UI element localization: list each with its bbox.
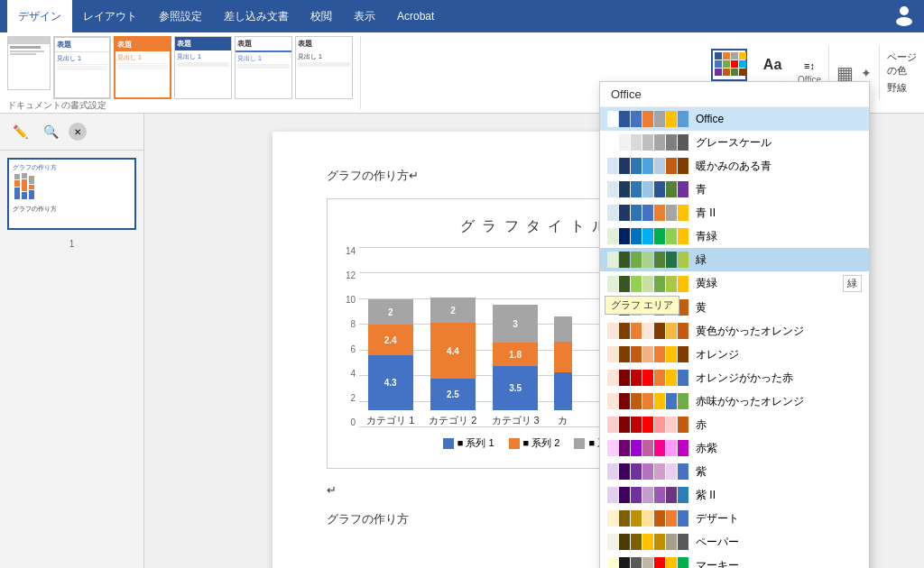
theme-dropdown: Office Officeグレースケール暖かみのある青青青 II青緑緑黄緑緑黄黄… bbox=[599, 81, 870, 568]
svg-point-1 bbox=[896, 17, 912, 26]
dropdown-item-19[interactable]: マーキー bbox=[600, 554, 869, 568]
sidebar-edit-button[interactable]: ✏️ bbox=[7, 119, 32, 144]
dropdown-item-4[interactable]: 青 II bbox=[600, 201, 869, 224]
theme-5[interactable]: 表題 見出し 1 bbox=[295, 36, 353, 99]
sidebar: ✏️ 🔍 ✕ グラフの作り方 bbox=[0, 114, 144, 568]
dropdown-item-13[interactable]: 赤 bbox=[600, 413, 869, 436]
svg-point-0 bbox=[900, 6, 909, 15]
legend-color-1 bbox=[443, 438, 454, 449]
dropdown-item-1[interactable]: グレースケール bbox=[600, 131, 869, 154]
watermark-button[interactable]: ✦ bbox=[861, 66, 872, 80]
tab-design[interactable]: デザイン bbox=[7, 0, 72, 32]
page-thumbnail-1[interactable]: グラフの作り方 グラフの作り方 bbox=[7, 158, 136, 230]
theme-highlighted[interactable]: 表題 見出し 1 bbox=[114, 36, 171, 99]
tab-mailings[interactable]: 差し込み文書 bbox=[213, 0, 300, 32]
theme-3[interactable]: 表題 見出し 1 bbox=[174, 36, 232, 99]
legend-label-2: ■ 系列 2 bbox=[523, 436, 560, 450]
dropdown-header: Office bbox=[600, 82, 869, 107]
font-button[interactable]: Aa bbox=[760, 55, 785, 75]
dropdown-item-15[interactable]: 紫 bbox=[600, 460, 869, 483]
dropdown-item-0[interactable]: Office bbox=[600, 107, 869, 131]
legend-color-2 bbox=[509, 438, 520, 449]
sidebar-search-button[interactable]: 🔍 bbox=[38, 119, 63, 144]
tab-acrobat[interactable]: Acrobat bbox=[386, 0, 445, 32]
dropdown-item-18[interactable]: ペーパー bbox=[600, 530, 869, 554]
legend-item-1: ■ 系列 1 bbox=[443, 436, 494, 450]
color-theme-button[interactable] bbox=[711, 49, 747, 81]
themes-section-label: ドキュメントの書式設定 bbox=[7, 99, 353, 114]
sidebar-close-button[interactable]: ✕ bbox=[69, 123, 87, 141]
dropdown-item-16[interactable]: 紫 II bbox=[600, 483, 869, 507]
dropdown-items-container: Officeグレースケール暖かみのある青青青 II青緑緑黄緑緑黄黄色がかったオレ… bbox=[600, 107, 869, 568]
theme-4[interactable]: 表題 見出し 1 bbox=[235, 36, 292, 99]
tab-references[interactable]: 参照設定 bbox=[148, 0, 213, 32]
theme-thumbnail-1[interactable] bbox=[7, 36, 51, 90]
ribbon-tabs-bar: デザイン レイアウト 参照設定 差し込み文書 校閲 表示 Acrobat bbox=[0, 0, 924, 32]
dropdown-item-14[interactable]: 赤紫 bbox=[600, 436, 869, 460]
theme-current[interactable]: 表題 見出し 1 bbox=[53, 36, 111, 99]
chart-area-tooltip: グラフ エリア bbox=[605, 296, 679, 315]
dropdown-item-10[interactable]: オレンジ bbox=[600, 343, 869, 366]
dropdown-item-3[interactable]: 青 bbox=[600, 178, 869, 201]
dropdown-item-12[interactable]: 赤味がかったオレンジ bbox=[600, 389, 869, 413]
legend-item-2: ■ 系列 2 bbox=[509, 436, 560, 450]
tab-view[interactable]: 表示 bbox=[343, 0, 386, 32]
tab-review[interactable]: 校閲 bbox=[300, 0, 343, 32]
legend-color-3 bbox=[574, 438, 585, 449]
page-color-button[interactable]: ページの色 bbox=[887, 50, 917, 78]
sidebar-toolbar: ✏️ 🔍 ✕ bbox=[0, 114, 143, 151]
legend-label-1: ■ 系列 1 bbox=[457, 436, 494, 450]
dropdown-item-9[interactable]: 黄色がかったオレンジ bbox=[600, 319, 869, 343]
dropdown-item-17[interactable]: デザート bbox=[600, 507, 869, 530]
dropdown-item-6[interactable]: 緑 bbox=[600, 248, 869, 271]
dropdown-item-11[interactable]: オレンジがかった赤 bbox=[600, 366, 869, 389]
effects-button[interactable]: ▦ bbox=[836, 62, 854, 84]
dropdown-item-2[interactable]: 暖かみのある青 bbox=[600, 154, 869, 178]
dropdown-item-5[interactable]: 青緑 bbox=[600, 224, 869, 248]
user-icon[interactable] bbox=[892, 2, 917, 31]
dropdown-item-7[interactable]: 黄緑緑 bbox=[600, 271, 869, 296]
tab-layout[interactable]: レイアウト bbox=[72, 0, 148, 32]
page-number: 1 bbox=[0, 239, 143, 249]
page-border-button[interactable]: 野線 bbox=[887, 81, 917, 95]
